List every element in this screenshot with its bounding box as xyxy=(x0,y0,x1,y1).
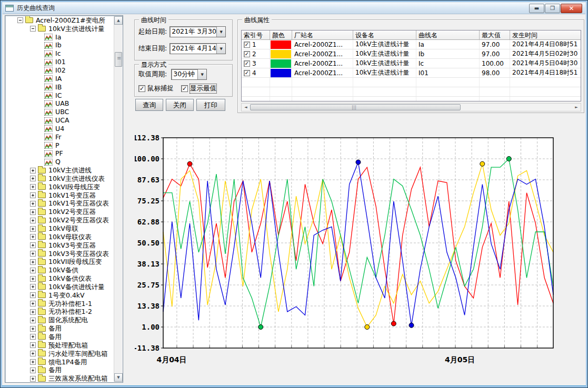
tree-item[interactable]: 三效蒸发系统配电箱 xyxy=(6,374,113,382)
tree-item[interactable]: 固化系统配电 xyxy=(6,316,113,324)
tree-item[interactable]: 10kV主供进线仪表 xyxy=(6,175,113,183)
table-hscrollbar[interactable]: ◄ ► xyxy=(241,103,581,111)
expand-plus-icon[interactable] xyxy=(30,367,36,373)
table-row[interactable]: ✓3Acrel-2000Z1...10kV主供进线计量Ic100.002021年… xyxy=(242,59,581,68)
expand-plus-icon[interactable] xyxy=(30,226,36,232)
table-scroll-thumb[interactable] xyxy=(250,104,461,110)
chevron-down-icon[interactable]: ▼ xyxy=(216,27,225,37)
scroll-right-icon[interactable]: ► xyxy=(572,104,581,111)
tree-item[interactable]: 馈电1P4备用 xyxy=(6,358,113,366)
expand-plus-icon[interactable] xyxy=(30,376,36,382)
tree-item[interactable]: 无功补偿柜1-2 xyxy=(6,308,113,316)
tree-item[interactable]: U4 xyxy=(6,125,113,133)
trend-chart[interactable]: 112.38100.0087.6375.2562.8850.5038.1325.… xyxy=(135,131,564,370)
table-row[interactable]: ✓1Acrel-2000Z1...10kV主供进线计量Ia97.002021年4… xyxy=(242,40,581,49)
tree-item[interactable]: Ia xyxy=(6,33,113,42)
tree-item[interactable]: 10kV主供进线计量 xyxy=(6,25,113,33)
column-header[interactable]: 索引号 xyxy=(242,30,270,39)
row-checkbox[interactable]: ✓ xyxy=(244,42,250,48)
expand-plus-icon[interactable] xyxy=(30,318,36,323)
column-header[interactable]: 设备名 xyxy=(353,30,416,39)
expand-plus-icon[interactable] xyxy=(30,242,36,248)
tree-item[interactable]: 10kV1号变压器仪表 xyxy=(6,200,113,208)
tree-item[interactable]: 10kV母联仪表 xyxy=(6,233,113,241)
tree-item[interactable]: Fr xyxy=(6,133,113,141)
tree-item[interactable]: 10kV3号变压器 xyxy=(6,241,113,250)
column-header[interactable]: 颜色 xyxy=(270,30,292,39)
tree-item[interactable]: PF xyxy=(6,150,113,158)
row-checkbox[interactable]: ✓ xyxy=(244,60,250,67)
tree-item[interactable]: I02 xyxy=(6,66,113,75)
collapse-minus-icon[interactable] xyxy=(30,26,36,32)
chevron-down-icon[interactable]: ▼ xyxy=(216,44,225,54)
table-row[interactable]: ✓2Acrel-2000Z1...10kV主供进线计量Ib97.002021年4… xyxy=(242,49,581,59)
tree-item[interactable]: 1号变0.4kV xyxy=(6,291,113,300)
tree-item[interactable]: IC xyxy=(6,91,113,100)
titlebar[interactable]: 历史曲线查询 ▬ ❐ ✕ xyxy=(3,3,585,14)
tree-item[interactable]: 预处理配电箱 xyxy=(6,341,113,350)
expand-plus-icon[interactable] xyxy=(30,284,36,290)
tree-scroll-thumb[interactable] xyxy=(115,52,122,67)
show-extremes-checkbox[interactable]: ✓ 显示最值 xyxy=(181,84,216,93)
expand-plus-icon[interactable] xyxy=(30,251,36,257)
tree-scrollbar[interactable]: ▲ ▼ xyxy=(114,16,122,382)
column-header[interactable]: 发生时间 xyxy=(510,30,581,39)
start-date-select[interactable]: 2021年 3月30 ▼ xyxy=(170,26,226,37)
tree-item[interactable]: 10kV主供进线 xyxy=(6,166,113,175)
expand-plus-icon[interactable] xyxy=(30,268,36,273)
tree-item[interactable]: 10kV1号变压器 xyxy=(6,191,113,200)
tree-item[interactable]: 10kVII段母线压变 xyxy=(6,258,113,266)
tree-item[interactable]: 无功补偿柜1-1 xyxy=(6,300,113,308)
expand-plus-icon[interactable] xyxy=(30,184,36,190)
tree-item[interactable]: Q xyxy=(6,158,113,166)
column-header[interactable]: 曲线名 xyxy=(416,30,480,39)
expand-plus-icon[interactable] xyxy=(30,301,36,307)
expand-plus-icon[interactable] xyxy=(30,168,36,173)
expand-plus-icon[interactable] xyxy=(30,201,36,207)
tree-item[interactable]: 10kV3号变压器仪表 xyxy=(6,250,113,258)
row-checkbox[interactable]: ✓ xyxy=(244,70,250,76)
expand-plus-icon[interactable] xyxy=(30,192,36,198)
print-button[interactable]: 打印 xyxy=(196,99,225,111)
expand-plus-icon[interactable] xyxy=(30,342,36,348)
tree-item[interactable]: IA xyxy=(6,75,113,83)
end-date-select[interactable]: 2021年 4月14 ▼ xyxy=(170,43,226,54)
column-header[interactable]: 最大值 xyxy=(480,30,510,39)
checkmark-icon[interactable]: ✓ xyxy=(181,85,188,92)
close-dialog-button[interactable]: 关闭 xyxy=(166,99,194,111)
tree-item[interactable]: Ic xyxy=(6,49,113,58)
expand-plus-icon[interactable] xyxy=(30,351,36,356)
tree-item[interactable]: 备用 xyxy=(6,333,113,341)
tree-item[interactable]: 污水处理车间配电箱 xyxy=(6,350,113,358)
expand-plus-icon[interactable] xyxy=(30,209,36,215)
tree-item[interactable]: UCA xyxy=(6,116,113,125)
table-row[interactable]: ✓4Acrel-2000Z1...10kV主供进线计量I0198.002021年… xyxy=(242,68,581,78)
restore-button[interactable]: ❐ xyxy=(545,4,560,13)
tree-item[interactable]: Ib xyxy=(6,42,113,50)
close-button[interactable]: ✕ xyxy=(561,4,582,13)
tree-item[interactable]: Acrel-2000Z1#变电所 xyxy=(6,16,113,25)
tree-item[interactable]: 备用 xyxy=(6,324,113,333)
checkmark-icon[interactable]: ✓ xyxy=(138,85,145,92)
tree-item[interactable]: UBC xyxy=(6,108,113,116)
scroll-down-icon[interactable]: ▼ xyxy=(114,373,123,382)
tree-item[interactable]: 10kV2号变压器仪表 xyxy=(6,216,113,224)
tree-item[interactable]: 10kV备供进线计量 xyxy=(6,283,113,291)
expand-plus-icon[interactable] xyxy=(30,259,36,265)
chevron-down-icon[interactable]: ▼ xyxy=(197,69,206,79)
tree-item[interactable]: 10kV母联 xyxy=(6,224,113,233)
tree-item[interactable]: 10kV2号变压器 xyxy=(6,208,113,216)
expand-plus-icon[interactable] xyxy=(30,292,36,298)
collapse-minus-icon[interactable] xyxy=(17,17,23,23)
tree-item[interactable]: 备用 xyxy=(6,366,113,374)
expand-plus-icon[interactable] xyxy=(30,276,36,282)
expand-plus-icon[interactable] xyxy=(30,334,36,340)
scroll-up-icon[interactable]: ▲ xyxy=(114,16,123,25)
expand-plus-icon[interactable] xyxy=(30,176,36,181)
column-header[interactable]: 厂站名 xyxy=(292,30,353,39)
tree-item[interactable]: IB xyxy=(6,83,113,91)
row-checkbox[interactable]: ✓ xyxy=(244,51,250,57)
tree-item[interactable]: 10kV备供仪表 xyxy=(6,274,113,283)
expand-plus-icon[interactable] xyxy=(30,309,36,315)
tree-item[interactable]: P xyxy=(6,141,113,150)
